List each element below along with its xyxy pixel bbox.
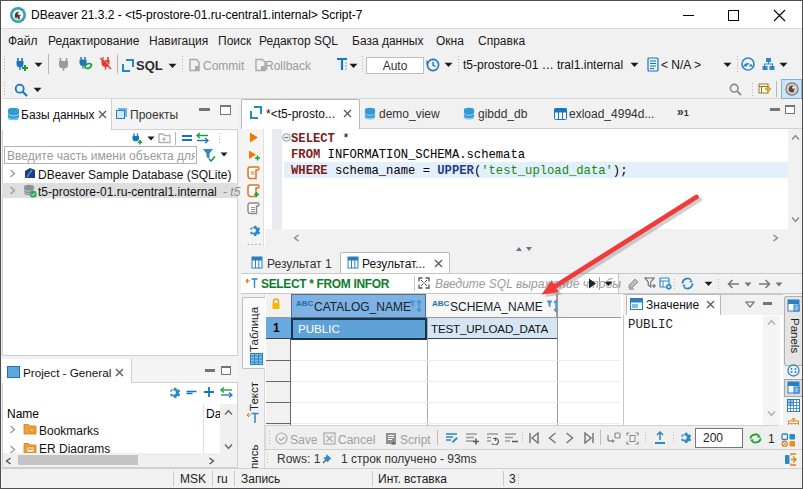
svg-text:Текст: Текст [248,381,260,411]
svg-text:Таблица: Таблица [248,306,260,352]
svg-text:пись: пись [248,445,260,469]
svg-text:Panels: Panels [789,318,801,353]
